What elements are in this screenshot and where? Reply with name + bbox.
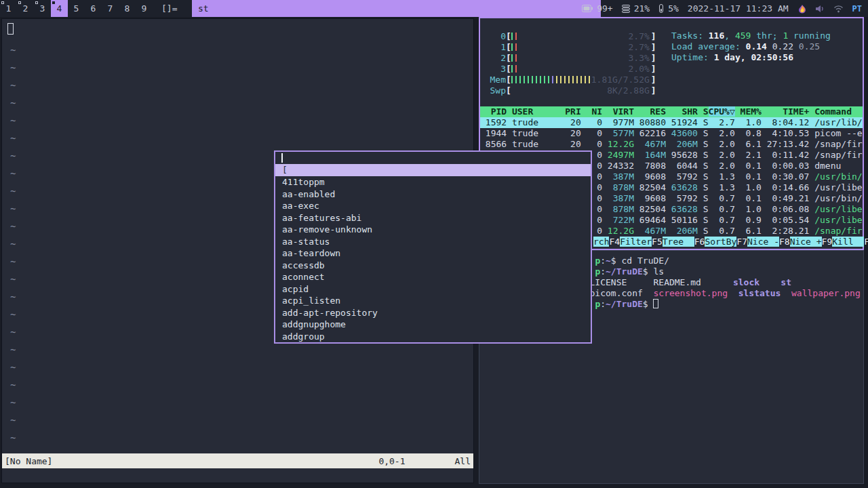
vim-filename: [No Name]	[5, 456, 52, 466]
dmenu-item[interactable]: aa-teardown	[275, 247, 591, 260]
volume-icon[interactable]	[816, 5, 825, 13]
dmenu-selected-item[interactable]: [	[275, 164, 591, 176]
process-table-header[interactable]: PID USER PRI NI VIRT RES SHR SCPU%▽ MEM%…	[480, 106, 863, 117]
process-row[interactable]: 1944 trude 20 0 577M 62216 43600 S 2.0 0…	[480, 128, 863, 139]
workspace-tag-5[interactable]: 5	[68, 0, 85, 17]
thermometer-icon	[658, 4, 664, 13]
workspace-tag-7[interactable]: 7	[102, 0, 119, 17]
workspace-tag-9[interactable]: 9	[136, 0, 153, 17]
disk-value: 21%	[634, 3, 650, 14]
dmenu-item[interactable]: accessdb	[275, 260, 591, 272]
workspace-tag-8[interactable]: 8	[119, 0, 136, 17]
datetime: 2022-11-17 11:23 AM	[688, 3, 789, 14]
flame-tray-icon[interactable]	[797, 4, 807, 14]
dmenu-item[interactable]: addgnupghome	[275, 319, 591, 331]
cpu-memory-meters: 0[2.7%]1[2.7%]2[3.3%]3[2.0%]Mem[1.81G/7.…	[483, 30, 656, 96]
disk-segment: 21%	[622, 3, 650, 14]
workspace-tags: 123456789	[0, 0, 153, 17]
dmenu-item-list: 411toppmaa-enabledaa-execaa-features-abi…	[275, 176, 591, 342]
status-segments: 99+ 21% 5% 2022-11-17 11:23 AM	[582, 0, 868, 17]
dmenu-item[interactable]: add-apt-repository	[275, 307, 591, 319]
workspace-tag-1[interactable]: 1	[0, 0, 17, 17]
meter-1: 1[2.7%]	[483, 41, 656, 52]
function-key-bar[interactable]: rchF4FilterF5Tree F6SortByF7Nice -F8Nice…	[593, 237, 868, 247]
meter-2: 2[3.3%]	[483, 52, 656, 63]
process-row[interactable]: 8566 trude 20 0 12.2G 467M 206M S 2.0 6.…	[480, 139, 863, 150]
workspace-tag-3[interactable]: 3	[34, 0, 51, 17]
layout-symbol[interactable]: []=	[156, 0, 182, 17]
dmenu-launcher[interactable]: [ 411toppmaa-enabledaa-execaa-features-a…	[274, 150, 592, 344]
vim-scroll-position: All	[455, 456, 471, 466]
dmenu-item[interactable]: aa-enabled	[275, 188, 591, 201]
focused-window-title: st	[192, 0, 601, 17]
tasks-summary: Tasks: 116, 459 thr; 1 runningLoad avera…	[671, 30, 831, 63]
dmenu-item[interactable]: aa-status	[275, 236, 591, 248]
vim-ruler: 0,0-1	[378, 456, 405, 466]
temperature-value: 5%	[668, 3, 679, 14]
editor-cursor	[7, 23, 14, 35]
battery-icon	[582, 5, 593, 12]
empty-buffer-lines: ~~~~~~~~~~~~~~~~~~~~~~~~	[10, 41, 16, 464]
dmenu-item[interactable]: acpi_listen	[275, 295, 591, 307]
text-caret	[281, 153, 283, 163]
meter-Mem: Mem[1.81G/7.52G]	[483, 74, 656, 85]
dmenu-item[interactable]: aa-remove-unknown	[275, 224, 591, 236]
dmenu-item[interactable]: addgroup	[275, 331, 591, 343]
dmenu-item[interactable]: aconnect	[275, 271, 591, 283]
meter-3: 3[2.0%]	[483, 63, 656, 74]
dmenu-item[interactable]: aa-exec	[275, 200, 591, 212]
meter-Swp: Swp[8K/2.88G]	[483, 85, 656, 96]
wifi-icon[interactable]	[833, 5, 844, 13]
dmenu-item[interactable]: 411toppm	[275, 176, 591, 188]
process-row[interactable]: 1592 trude 20 0 977M 80880 51924 S 2.7 1…	[480, 117, 863, 128]
keyboard-layout[interactable]: PT	[852, 4, 862, 14]
workspace-tag-2[interactable]: 2	[17, 0, 34, 17]
battery-value: 99+	[597, 3, 612, 14]
dmenu-item[interactable]: acpid	[275, 283, 591, 296]
vim-statusline: [No Name] 0,0-1 All	[2, 453, 473, 468]
temperature-segment: 5%	[658, 3, 679, 14]
dmenu-input[interactable]	[275, 152, 591, 164]
workspace-tag-6[interactable]: 6	[85, 0, 102, 17]
dmenu-item[interactable]: aa-features-abi	[275, 212, 591, 224]
storage-icon	[622, 5, 630, 13]
workspace-tag-4[interactable]: 4	[51, 0, 68, 17]
meter-0: 0[2.7%]	[483, 30, 656, 41]
status-bar: 123456789 []= st 99+ 21% 5%	[0, 0, 868, 17]
battery-segment: 99+	[582, 3, 612, 14]
